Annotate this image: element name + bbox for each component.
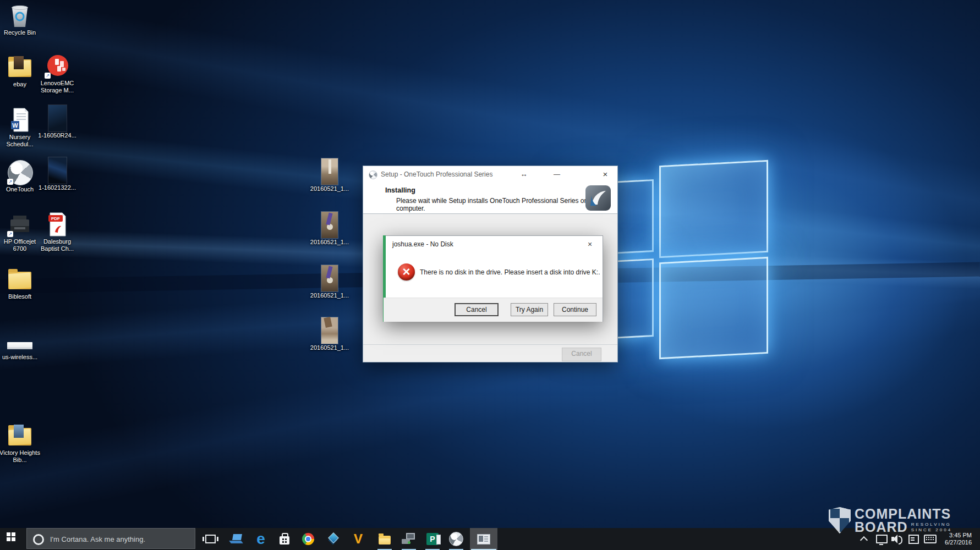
active-window-icon — [477, 534, 490, 544]
svg-text:PDF: PDF — [51, 216, 60, 221]
desktop-icon-photo-2[interactable]: 20160521_1... — [308, 213, 352, 246]
windows-store-icon — [280, 536, 289, 544]
search-input[interactable] — [49, 529, 191, 549]
action-center-icon — [908, 535, 919, 544]
cortana-icon — [33, 534, 44, 545]
desktop-icon-label: 20160521_1... — [308, 185, 352, 193]
setup-heading: Installing — [385, 186, 415, 194]
display-icon — [876, 535, 888, 543]
desktop-icon-recycle-bin[interactable]: Recycle Bin — [0, 3, 42, 36]
continue-button[interactable]: Continue — [554, 303, 596, 316]
desktop-icon-label: 1-16021322... — [35, 184, 79, 191]
error-icon — [398, 263, 415, 280]
desktop-icon-label: Dalesburg Baptist Ch... — [35, 238, 79, 252]
cortana-search-box[interactable] — [26, 528, 195, 549]
tray-action-center-button[interactable] — [906, 528, 921, 550]
desktop-icon-label: us-wireless... — [0, 354, 42, 361]
desktop-icon-photo-4[interactable]: 20160521_1... — [308, 318, 352, 351]
setup-window-title: Setup - OneTouch Professional Series — [381, 166, 492, 183]
error-message: There is no disk in the drive. Please in… — [420, 268, 600, 276]
tray-volume-button[interactable] — [889, 528, 905, 550]
desktop-icon-label: 20160521_1... — [308, 239, 352, 246]
minimize-button[interactable]: — — [550, 166, 563, 183]
document-card-icon — [7, 328, 33, 352]
chevron-up-icon — [860, 536, 868, 544]
desktop-icon-label: 1-16050R24... — [35, 132, 79, 139]
laptop-icon — [230, 534, 244, 544]
svg-text:W: W — [12, 122, 18, 129]
move-icon: ↔ — [517, 166, 530, 183]
desktop-icon-biblesoft[interactable]: Biblesoft — [0, 267, 42, 300]
watermark-tagline1: RESOLVING — [911, 522, 952, 527]
onetouch-setup-logo — [585, 185, 611, 211]
close-button[interactable]: × — [599, 166, 612, 183]
task-view-button[interactable] — [198, 528, 222, 550]
taskbar-onetouch-button[interactable] — [445, 528, 467, 550]
clock-date: 6/27/2016 — [945, 539, 972, 546]
folder-icon — [7, 424, 33, 448]
taskbar-file-explorer-button[interactable] — [374, 528, 396, 550]
error-button-row: Cancel Try Again Continue — [384, 298, 603, 322]
desktop-icon-image-1-16050R24[interactable]: 1-16050R24... — [35, 106, 79, 139]
taskbar-store-button[interactable] — [273, 528, 295, 550]
start-button[interactable] — [0, 528, 26, 550]
lenovo-emc-icon — [44, 54, 70, 78]
photo-thumbnail-icon — [316, 266, 343, 290]
watermark-line1: COMPLAINTS — [855, 507, 952, 520]
cancel-button[interactable]: Cancel — [455, 303, 499, 316]
publisher-icon: P — [426, 533, 439, 545]
desktop-icon-photo-3[interactable]: 20160521_1... — [308, 266, 352, 299]
image-file-icon — [44, 106, 70, 130]
desktop-icon-image-1-16021322[interactable]: 1-16021322... — [35, 158, 79, 191]
windows-logo-icon — [7, 532, 10, 536]
taskbar-devices-button[interactable] — [398, 528, 420, 550]
task-view-icon — [205, 535, 216, 543]
taskbar-publisher-button[interactable]: P — [421, 528, 444, 550]
close-icon[interactable]: × — [582, 236, 598, 252]
taskbar-remote-pc-button[interactable] — [226, 528, 248, 550]
desktop-icon-photo-1[interactable]: 20160521_1... — [308, 160, 352, 193]
no-disk-error-dialog: joshua.exe - No Disk × There is no disk … — [383, 235, 603, 322]
setup-titlebar[interactable]: Setup - OneTouch Professional Series ↔ —… — [363, 166, 617, 183]
taskbar-freemake-button[interactable]: V — [347, 528, 369, 550]
photo-thumbnail-icon — [316, 213, 343, 237]
taskbar-edge-button[interactable]: e — [250, 528, 272, 550]
photo-thumbnail-icon — [316, 160, 343, 184]
volume-icon — [891, 535, 902, 543]
desktop-icon-lenovo-emc[interactable]: LenovoEMC Storage M... — [35, 54, 79, 94]
error-dialog-title: joshua.exe - No Disk — [392, 236, 453, 252]
folder-icon — [7, 267, 33, 292]
desktop-icon-us-wireless[interactable]: us-wireless... — [0, 328, 42, 361]
tray-display-button[interactable] — [874, 528, 889, 550]
taskbar-chrome-button[interactable] — [297, 528, 319, 550]
image-file-icon — [44, 158, 70, 183]
taskbar-diamond-app-button[interactable] — [322, 528, 344, 550]
windows-desktop: Recycle Bin ebay W Nursery Schedul... On… — [0, 0, 980, 550]
photo-thumbnail-icon — [316, 318, 343, 343]
setup-header: Installing Please wait while Setup insta… — [363, 183, 617, 214]
freemake-v-icon: V — [354, 532, 363, 546]
desktop-icon-dalesburg-pdf[interactable]: PDF Dalesburg Baptist Ch... — [35, 212, 79, 252]
desktop-icon-label: 20160521_1... — [308, 344, 352, 351]
file-explorer-icon — [379, 536, 391, 544]
shortcut-arrow-icon — [7, 179, 13, 185]
recycle-bin-icon — [7, 3, 33, 28]
desktop-icon-label: LenovoEMC Storage M... — [35, 80, 79, 94]
desktop-icon-label: Biblesoft — [0, 293, 42, 300]
wallpaper-window-pane — [659, 257, 768, 359]
desktop-icon-victory-heights[interactable]: Victory Heights Bib... — [0, 424, 42, 464]
printer-icon — [7, 212, 33, 237]
onetouch-logo-icon — [7, 160, 33, 184]
try-again-button[interactable]: Try Again — [511, 303, 548, 316]
taskbar: e V P — [0, 528, 980, 550]
desktop-icon-label: Victory Heights Bib... — [0, 449, 42, 464]
setup-app-icon — [369, 170, 377, 179]
tray-chevron-up-button[interactable] — [856, 528, 872, 550]
taskbar-clock[interactable]: 3:45 PM 6/27/2016 — [934, 528, 974, 550]
pdf-file-icon: PDF — [44, 212, 70, 237]
onetouch-icon — [449, 532, 463, 546]
taskbar-active-window-button[interactable] — [470, 528, 497, 550]
setup-subheading: Please wait while Setup installs OneTouc… — [396, 197, 617, 212]
setup-separator — [363, 344, 617, 345]
desktop-icon-label: Recycle Bin — [0, 29, 42, 36]
